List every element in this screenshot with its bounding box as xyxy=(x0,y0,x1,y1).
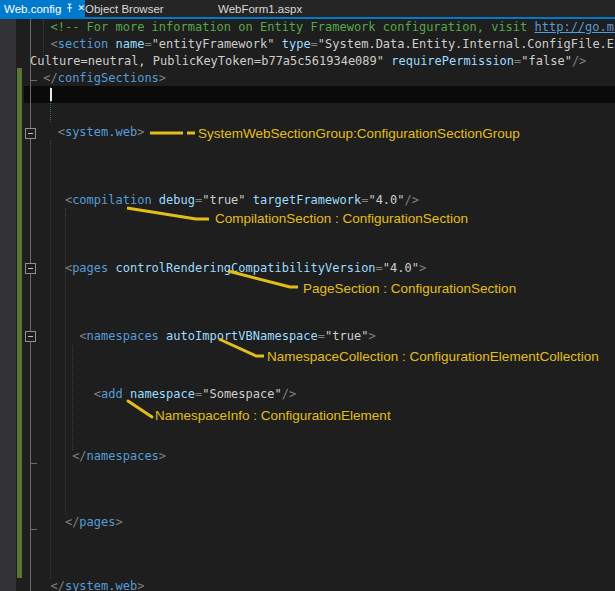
code-token-tag: pages xyxy=(79,515,115,529)
code-token-delim: = xyxy=(376,261,383,275)
code-line[interactable]: </pages> xyxy=(36,514,123,531)
code-token-attr: autoImportVBNamespace xyxy=(166,329,318,343)
code-token-delim: </ xyxy=(65,515,79,529)
code-token-delim: </ xyxy=(72,449,86,463)
tab-bar: Web.config ✕ Object Browser WebForm1.asp… xyxy=(0,0,615,17)
code-token-delim: > xyxy=(159,449,166,463)
code-token-plain xyxy=(108,261,115,275)
code-token-delim: > xyxy=(368,329,375,343)
tab-webconfig[interactable]: Web.config ✕ xyxy=(0,0,85,17)
code-line[interactable]: <!-- For more information on Entity Fram… xyxy=(36,19,615,36)
code-token-delim: > xyxy=(115,515,122,529)
code-token-plain xyxy=(36,20,50,34)
code-line[interactable]: </configSections> xyxy=(36,70,166,87)
annotation-label: CompilationSection : ConfigurationSectio… xyxy=(215,211,468,226)
code-token-val: "Somespace" xyxy=(202,387,281,401)
fold-toggle-pages[interactable] xyxy=(25,263,36,274)
breakpoint-margin[interactable] xyxy=(0,19,16,591)
code-token-attr: type xyxy=(282,37,311,51)
code-token-delim: /> xyxy=(572,54,586,68)
fold-toggle-namespaces[interactable] xyxy=(25,331,36,342)
code-token-attr: targetFramework xyxy=(253,193,361,207)
code-token-delim: < xyxy=(50,37,57,51)
code-token-tag: add xyxy=(101,387,123,401)
current-line-highlight xyxy=(24,86,615,103)
code-line[interactable]: <system.web> xyxy=(36,124,144,141)
annotation-label: SystemWebSectionGroup:ConfigurationSecti… xyxy=(198,126,520,141)
code-token-plain xyxy=(36,37,50,51)
code-token-plain xyxy=(36,515,65,529)
code-line[interactable]: <namespaces autoImportVBNamespace="true"… xyxy=(36,328,376,345)
code-token-val: "false" xyxy=(521,54,572,68)
arrow-compilation xyxy=(127,208,209,219)
code-token-delim: /> xyxy=(282,387,296,401)
code-line[interactable]: Culture=neutral, PublicKeyToken=b77a5c56… xyxy=(30,53,586,70)
active-document-accent-line xyxy=(0,17,615,19)
track-changes-bar xyxy=(17,68,22,578)
code-token-val: "true" xyxy=(202,193,245,207)
code-token-comment: <!-- For more information on Entity Fram… xyxy=(50,20,534,34)
code-token-plain xyxy=(123,387,130,401)
comment-hyperlink[interactable]: http://go.mi xyxy=(535,20,615,34)
vs-editor-window: { "tabs": [ {"label": "Web.config", "act… xyxy=(0,0,615,591)
text-caret xyxy=(50,88,52,101)
code-token-plain xyxy=(152,193,159,207)
tab-object-browser[interactable]: Object Browser xyxy=(81,0,195,17)
code-token-plain xyxy=(36,579,50,591)
code-token-tag: pages xyxy=(72,261,108,275)
code-token-delim: = xyxy=(144,37,151,51)
code-token-val: "4.0" xyxy=(383,261,419,275)
code-token-plain xyxy=(36,329,79,343)
code-token-delim: /> xyxy=(405,193,419,207)
code-token-tag: system.web xyxy=(65,579,137,591)
code-line[interactable]: <compilation debug="true" targetFramewor… xyxy=(36,192,419,209)
tab-webform1[interactable]: WebForm1.aspx xyxy=(210,0,313,17)
arrow-add xyxy=(128,401,152,417)
code-token-delim: > xyxy=(137,579,144,591)
outlining-line xyxy=(30,19,31,591)
code-token-plain xyxy=(36,193,65,207)
code-token-delim: < xyxy=(94,387,101,401)
code-token-attr: name xyxy=(116,37,145,51)
code-line[interactable]: </system.web> xyxy=(36,578,144,591)
code-line[interactable]: <add namespace="Somespace"/> xyxy=(36,386,296,403)
fold-toggle-system-web[interactable] xyxy=(25,128,36,139)
annotation-label: NamespaceCollection : ConfigurationEleme… xyxy=(267,349,599,364)
code-token-delim: </ xyxy=(43,71,57,85)
code-token-tag: compilation xyxy=(72,193,151,207)
pin-icon[interactable] xyxy=(64,2,74,15)
code-token-plain xyxy=(274,37,281,51)
code-token-plain xyxy=(36,125,58,139)
indent-guide xyxy=(65,208,66,514)
code-token-tag: system.web xyxy=(65,125,137,139)
code-token-delim: > xyxy=(137,125,144,139)
code-line[interactable]: <pages controlRenderingCompatibilityVers… xyxy=(36,260,426,277)
code-token-attr: controlRenderingCompatibilityVersion xyxy=(116,261,376,275)
code-token-tag: configSections xyxy=(58,71,159,85)
tab-label: Object Browser xyxy=(85,3,164,15)
code-token-plain xyxy=(108,37,115,51)
code-token-val: Culture=neutral, PublicKeyToken=b77a5c56… xyxy=(30,54,384,68)
code-token-plain xyxy=(159,329,166,343)
code-token-tag: section xyxy=(58,37,109,51)
tab-label: WebForm1.aspx xyxy=(218,3,302,15)
code-token-tag: namespaces xyxy=(87,449,159,463)
code-token-attr: namespace xyxy=(130,387,195,401)
annotation-label: NamespaceInfo : ConfigurationElement xyxy=(155,408,391,423)
code-token-plain xyxy=(246,193,253,207)
code-token-tag: namespaces xyxy=(87,329,159,343)
code-token-delim: > xyxy=(159,71,166,85)
code-token-attr: requirePermission xyxy=(391,54,514,68)
code-token-delim: < xyxy=(79,329,86,343)
code-token-plain xyxy=(36,387,94,401)
code-token-delim: = xyxy=(311,37,318,51)
code-token-val: "true" xyxy=(325,329,368,343)
code-token-attr: debug xyxy=(159,193,195,207)
code-token-delim: = xyxy=(318,329,325,343)
code-line[interactable]: </namespaces> xyxy=(36,448,166,465)
code-token-delim: > xyxy=(419,261,426,275)
tab-label: Web.config xyxy=(4,3,61,15)
code-token-val: "4.0" xyxy=(368,193,404,207)
code-token-delim: </ xyxy=(50,579,64,591)
code-line[interactable]: <section name="entityFramework" type="Sy… xyxy=(36,36,615,53)
